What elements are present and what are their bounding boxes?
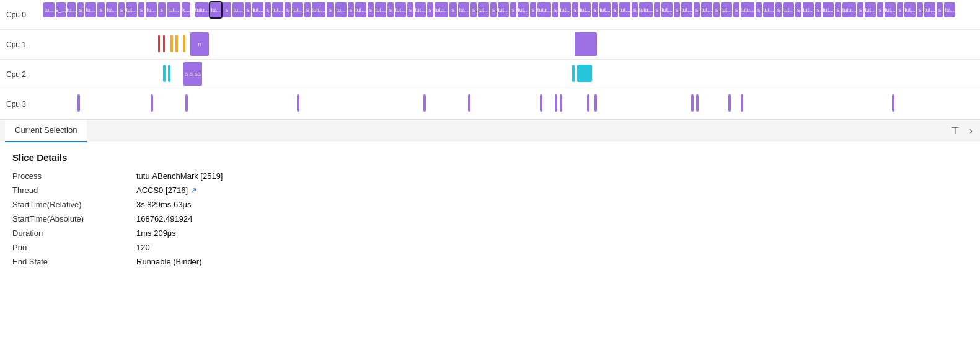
slice[interactable] — [151, 94, 153, 112]
slice[interactable]: tut... — [478, 2, 489, 17]
slice[interactable]: tut... — [415, 2, 426, 17]
slice[interactable]: tu... — [232, 2, 244, 17]
slice[interactable] — [170, 35, 173, 52]
slice[interactable]: tutu... — [741, 2, 754, 17]
slice[interactable] — [696, 94, 699, 112]
slice[interactable] — [163, 35, 165, 52]
slice[interactable]: s — [245, 2, 251, 17]
slice[interactable]: tut... — [355, 2, 366, 17]
slice[interactable]: s_... — [56, 2, 66, 17]
slice[interactable] — [185, 94, 188, 112]
slice[interactable] — [540, 94, 542, 112]
slice[interactable]: tu... — [458, 2, 469, 17]
slice[interactable]: s — [427, 2, 433, 17]
slice[interactable]: S S SB — [183, 62, 202, 86]
slice[interactable]: s — [158, 2, 166, 17]
filter-button[interactable]: ⊤ — [948, 122, 962, 139]
slice[interactable] — [555, 94, 557, 112]
slice[interactable]: tutu... — [842, 2, 856, 17]
slice[interactable] — [892, 94, 894, 112]
slice[interactable]: s — [775, 2, 782, 17]
slice[interactable]: tut... — [560, 2, 571, 17]
slice[interactable]: tut... — [252, 2, 263, 17]
slice[interactable]: tutu... — [435, 2, 448, 17]
slice[interactable]: tu... — [146, 2, 157, 17]
slice[interactable]: s — [756, 2, 762, 17]
slice[interactable]: tut... — [619, 2, 630, 17]
slice[interactable]: s — [470, 2, 477, 17]
slice[interactable]: tut... — [167, 2, 180, 17]
slice[interactable]: s — [694, 2, 700, 17]
slice[interactable] — [168, 65, 170, 82]
slice[interactable]: s — [348, 2, 354, 17]
slice[interactable]: k... — [182, 2, 190, 17]
slice[interactable] — [423, 94, 426, 112]
slice[interactable]: tut... — [904, 2, 916, 17]
slice[interactable]: s — [815, 2, 821, 17]
slice[interactable]: s — [835, 2, 841, 17]
slice[interactable]: tu... — [944, 2, 955, 17]
slice[interactable]: tut... — [924, 2, 935, 17]
slice[interactable]: tut... — [701, 2, 712, 17]
slice[interactable]: s — [97, 2, 105, 17]
slice[interactable]: s — [449, 2, 457, 17]
slice[interactable]: s — [937, 2, 943, 17]
slice[interactable]: s — [733, 2, 739, 17]
slice[interactable]: s — [490, 2, 497, 17]
slice[interactable]: tut... — [721, 2, 732, 17]
slice[interactable]: tut... — [885, 2, 896, 17]
slice[interactable]: s — [612, 2, 618, 17]
slice[interactable]: s — [265, 2, 271, 17]
thread-external-link[interactable]: ↗ — [190, 186, 197, 195]
slice[interactable] — [594, 94, 597, 112]
slice[interactable]: s — [77, 2, 84, 17]
slice[interactable]: s — [387, 2, 394, 17]
slice[interactable] — [575, 32, 597, 56]
slice[interactable]: s — [654, 2, 660, 17]
slice[interactable]: s — [407, 2, 413, 17]
slice[interactable]: tutu... — [312, 2, 325, 17]
slice[interactable]: tut... — [599, 2, 611, 17]
slice[interactable] — [728, 94, 731, 112]
slice[interactable]: s — [285, 2, 291, 17]
slice[interactable]: s — [118, 2, 125, 17]
slice[interactable]: tu... — [43, 2, 55, 17]
slice[interactable]: s — [530, 2, 536, 17]
slice[interactable]: tut... — [292, 2, 303, 17]
cpu-track-2[interactable]: S S SB — [43, 60, 980, 89]
slice[interactable]: s — [327, 2, 334, 17]
slice[interactable]: s — [304, 2, 311, 17]
slice[interactable]: s — [795, 2, 801, 17]
slice[interactable]: s — [674, 2, 680, 17]
slice[interactable]: tut... — [395, 2, 406, 17]
slice[interactable] — [577, 65, 592, 82]
slice[interactable]: tu... — [335, 2, 347, 17]
slice[interactable] — [572, 65, 575, 82]
slice[interactable]: n — [190, 32, 209, 56]
slice[interactable] — [183, 35, 185, 52]
cpu-track-3[interactable] — [43, 89, 980, 119]
slice[interactable] — [587, 94, 589, 112]
slice[interactable] — [163, 65, 166, 82]
slice[interactable]: tut... — [661, 2, 673, 17]
slice[interactable]: s — [897, 2, 903, 17]
slice[interactable]: tut... — [803, 2, 814, 17]
slice[interactable] — [691, 94, 694, 112]
slice[interactable]: tut... — [681, 2, 692, 17]
slice[interactable]: tutu... — [639, 2, 653, 17]
slice[interactable]: s — [592, 2, 598, 17]
slice[interactable]: s — [713, 2, 720, 17]
slice[interactable]: tu... — [67, 2, 76, 17]
slice[interactable]: s — [223, 2, 231, 17]
slice[interactable]: tut... — [272, 2, 283, 17]
slice[interactable] — [741, 94, 743, 112]
slice[interactable] — [560, 94, 562, 112]
slice[interactable]: s — [510, 2, 516, 17]
slice[interactable]: tut... — [763, 2, 774, 17]
cpu-track-1[interactable]: n — [43, 30, 980, 59]
slice[interactable]: s — [572, 2, 578, 17]
selected-slice[interactable]: tu... — [210, 2, 221, 17]
slice[interactable]: s — [368, 2, 374, 17]
slice[interactable]: s — [552, 2, 558, 17]
slice[interactable]: tutu... — [537, 2, 551, 17]
